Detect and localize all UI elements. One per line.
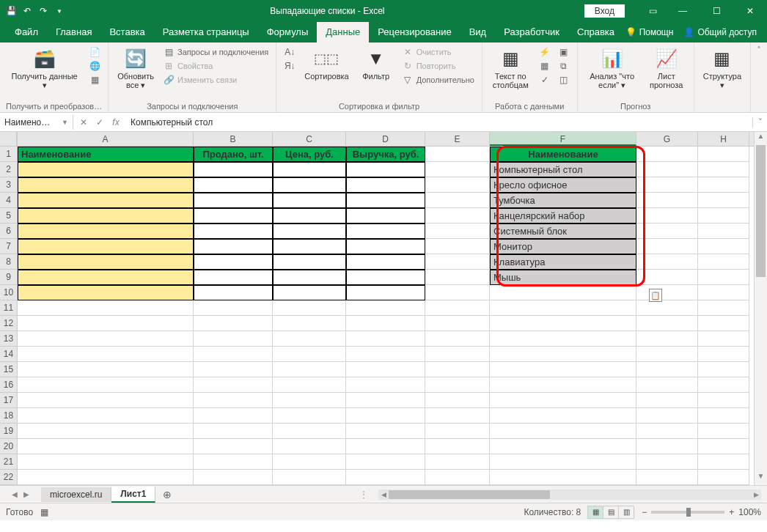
cell-F2[interactable]: Компьютерный стол [490,162,636,177]
cell-C12[interactable] [273,316,346,331]
view-layout-button[interactable]: ▤ [603,506,619,519]
cell-D8[interactable] [346,254,425,270]
cell-D6[interactable] [346,223,425,239]
cell-H2[interactable] [698,162,749,177]
cell-A21[interactable] [18,454,194,470]
cell-G9[interactable] [636,270,698,285]
cell-D16[interactable] [346,377,425,393]
cell-A19[interactable] [18,424,194,439]
cell-F21[interactable] [490,454,636,470]
cell-D20[interactable] [346,439,425,454]
cell-H8[interactable] [698,254,749,270]
data-validation-button[interactable]: ✓ [537,73,552,86]
tab-review[interactable]: Рецензирование [369,22,460,43]
cell-G6[interactable] [636,223,698,239]
advanced-filter-button[interactable]: ▽Дополнительно [400,73,476,86]
cell-E5[interactable] [425,208,490,223]
cell-H9[interactable] [698,270,749,285]
sheet-tab-list1[interactable]: Лист1 [111,487,155,503]
cell-H7[interactable] [698,239,749,254]
cell-F17[interactable] [490,393,636,408]
zoom-in-button[interactable]: + [729,507,734,517]
row-header-13[interactable]: 13 [0,331,17,347]
expand-formula-icon[interactable]: ˅ [752,117,767,128]
cell-A2[interactable] [18,162,194,177]
cell-C14[interactable] [273,347,346,362]
tab-formulas[interactable]: Формулы [258,22,318,43]
cell-A5[interactable] [18,208,194,223]
qat-dropdown-icon[interactable]: ▼ [53,4,66,18]
cell-F22[interactable] [490,470,636,485]
cell-D21[interactable] [346,454,425,470]
cell-F13[interactable] [490,331,636,347]
cell-C5[interactable] [273,208,346,223]
cell-A1[interactable]: Наименование [18,147,194,162]
row-header-14[interactable]: 14 [0,347,17,362]
row-header-20[interactable]: 20 [0,439,17,454]
scroll-thumb[interactable] [756,145,766,277]
cell-B15[interactable] [194,362,273,377]
select-all-corner[interactable] [0,132,17,147]
fx-icon[interactable]: fx [110,117,122,128]
save-icon[interactable]: 💾 [4,4,18,18]
row-header-15[interactable]: 15 [0,362,17,377]
forecast-sheet-button[interactable]: 📈 Лист прогноза [645,45,688,91]
cell-A10[interactable] [18,285,194,300]
cell-D17[interactable] [346,393,425,408]
cell-B4[interactable] [194,193,273,208]
zoom-level[interactable]: 100% [738,507,761,517]
sheet-nav-prev-icon[interactable]: ◀ [12,490,18,498]
cell-A18[interactable] [18,408,194,424]
cell-G2[interactable] [636,162,698,177]
macro-record-icon[interactable]: ▦ [40,507,48,517]
name-box[interactable]: Наимено…▼ [0,115,73,130]
clear-filter-button[interactable]: ✕Очистить [400,45,476,59]
col-header-H[interactable]: H [698,132,749,146]
cell-B6[interactable] [194,223,273,239]
cell-G17[interactable] [636,393,698,408]
cell-D14[interactable] [346,347,425,362]
minimize-icon[interactable]: — [666,0,700,22]
cell-G12[interactable] [636,316,698,331]
maximize-icon[interactable]: ☐ [700,0,733,22]
cell-B19[interactable] [194,424,273,439]
cell-C10[interactable] [273,285,346,300]
cell-A20[interactable] [18,439,194,454]
cell-B12[interactable] [194,316,273,331]
cell-E18[interactable] [425,408,490,424]
cell-H11[interactable] [698,300,749,316]
get-data-button[interactable]: 🗃️ Получить данные ▾ [6,45,83,91]
refresh-all-button[interactable]: 🔄 Обновить все ▾ [114,45,157,91]
tab-view[interactable]: Вид [460,22,496,43]
queries-button[interactable]: ▤Запросы и подключения [161,45,270,59]
cell-H1[interactable] [698,147,749,162]
cell-D19[interactable] [346,424,425,439]
edit-links-button[interactable]: 🔗Изменить связи [161,73,270,86]
enter-formula-icon[interactable]: ✓ [94,117,106,128]
row-header-22[interactable]: 22 [0,470,17,485]
paste-options-icon[interactable]: 📋 [649,289,662,302]
cell-G3[interactable] [636,177,698,193]
cell-B14[interactable] [194,347,273,362]
cell-G13[interactable] [636,331,698,347]
cell-B8[interactable] [194,254,273,270]
cell-B20[interactable] [194,439,273,454]
cell-D18[interactable] [346,408,425,424]
ribbon-options-icon[interactable]: ▭ [639,0,666,22]
col-header-A[interactable]: A [18,132,194,146]
cells-area[interactable]: НаименованиеПродано, шт.Цена, руб.Выручк… [18,147,754,485]
col-header-E[interactable]: E [425,132,490,146]
sheet-tab-microexcel[interactable]: microexcel.ru [41,487,111,502]
cell-H5[interactable] [698,208,749,223]
cell-A8[interactable] [18,254,194,270]
remove-dup-button[interactable]: ▦ [537,59,552,73]
cell-B11[interactable] [194,300,273,316]
row-header-3[interactable]: 3 [0,177,17,193]
from-web-button[interactable]: 🌐 [87,59,102,73]
new-sheet-button[interactable]: ⊕ [155,489,179,500]
cell-B5[interactable] [194,208,273,223]
cell-A11[interactable] [18,300,194,316]
properties-button[interactable]: ⊞Свойства [161,59,270,73]
cell-D11[interactable] [346,300,425,316]
row-header-5[interactable]: 5 [0,208,17,223]
